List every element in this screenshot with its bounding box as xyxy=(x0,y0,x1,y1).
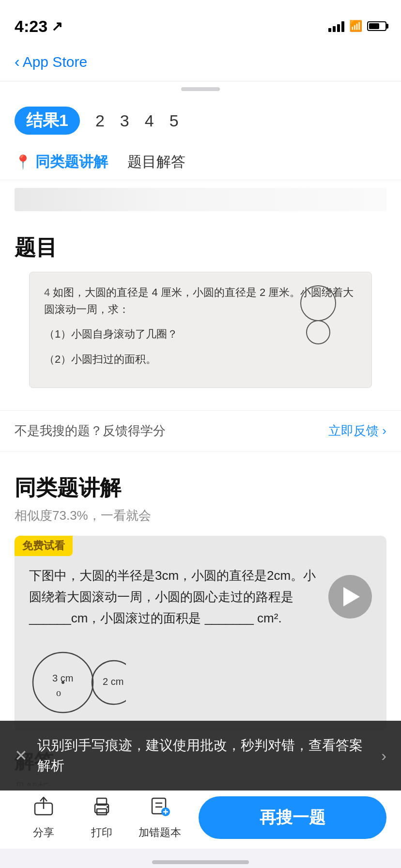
search-again-button[interactable]: 再搜一题 xyxy=(199,796,386,839)
feedback-row: 不是我搜的题？反馈得学分 立即反馈 › xyxy=(0,410,401,451)
time-text: 4:23 xyxy=(15,17,47,36)
problem-circle-diagram xyxy=(294,284,342,347)
share-icon xyxy=(33,795,54,822)
share-button[interactable]: 分享 xyxy=(15,795,73,840)
ti-mu-title: 题目 xyxy=(15,233,386,262)
location-dot-icon: 📍 xyxy=(15,154,31,170)
print-icon xyxy=(91,795,112,822)
search-again-label: 再搜一题 xyxy=(260,806,325,829)
tab-problem-answer[interactable]: 题目解答 xyxy=(127,152,185,172)
similar-section: 同类题讲解 相似度73.3%，一看就会 免费试看 下图中，大圆的半径是3cm，小… xyxy=(0,459,401,731)
home-indicator xyxy=(152,860,249,864)
nav-bar: ‹ App Store xyxy=(0,43,401,81)
location-arrow-icon: ↗ xyxy=(51,18,62,34)
play-triangle-icon xyxy=(343,587,360,606)
svg-point-13 xyxy=(107,806,108,808)
video-description-text: 下图中，大圆的半径是3cm，小圆的直径是2cm。小圆绕着大圆滚动一周，小圆的圆心… xyxy=(29,565,319,629)
tab-similar-label: 同类题讲解 xyxy=(35,152,108,172)
banner-image xyxy=(15,188,386,211)
svg-point-0 xyxy=(301,286,336,321)
svg-text:3 cm: 3 cm xyxy=(52,673,73,683)
status-icons: 📶 xyxy=(328,20,386,32)
toast-text: 识别到手写痕迹，建议使用批改，秒判对错，查看答案解析 xyxy=(37,735,373,776)
section-tabs: 📍 同类题讲解 题目解答 xyxy=(0,142,401,180)
video-circles-svg: o 3 cm 2 cm xyxy=(29,644,126,716)
feedback-link[interactable]: 立即反馈 › xyxy=(328,422,386,439)
tab-result-3[interactable]: 3 xyxy=(120,111,129,130)
battery-icon xyxy=(367,21,386,31)
ti-mu-section: 题目 4 如图，大圆的直径是 4 厘米，小圆的直径是 2 厘米。小圆绕着大圆滚动… xyxy=(0,219,401,410)
signal-icon xyxy=(328,20,344,32)
add-to-book-icon xyxy=(149,795,170,822)
video-circle-diagram: o 3 cm 2 cm xyxy=(15,644,386,731)
toast-arrow-icon: › xyxy=(381,747,386,765)
svg-text:o: o xyxy=(56,687,61,698)
status-time: 4:23 ↗ xyxy=(15,17,62,36)
tab-result-1[interactable]: 结果1 xyxy=(15,107,80,135)
status-bar: 4:23 ↗ 📶 xyxy=(0,0,401,43)
share-label: 分享 xyxy=(33,825,54,840)
wifi-icon: 📶 xyxy=(349,20,362,32)
tab-answer-label: 题目解答 xyxy=(127,152,185,172)
add-label: 加错题本 xyxy=(139,825,181,840)
problem-text3: （2）小圆扫过的面积。 xyxy=(44,351,357,368)
feedback-text: 不是我搜的题？反馈得学分 xyxy=(15,422,166,439)
problem-image-card: 4 如图，大圆的直径是 4 厘米，小圆的直径是 2 厘米。小圆绕着大圆滚动一周，… xyxy=(29,272,372,388)
toast-close-button[interactable]: ✕ xyxy=(15,746,28,765)
drag-pill xyxy=(181,87,220,91)
print-label: 打印 xyxy=(91,825,112,840)
toast-bar: ✕ 识别到手写痕迹，建议使用批改，秒判对错，查看答案解析 › xyxy=(0,721,401,790)
bottom-toolbar: 分享 打印 加错题本 再搜一题 xyxy=(0,786,401,849)
add-error-book-button[interactable]: 加错题本 xyxy=(131,795,189,840)
free-badge: 免费试看 xyxy=(15,536,73,556)
tab-result-2[interactable]: 2 xyxy=(95,111,105,130)
video-card[interactable]: 免费试看 下图中，大圆的半径是3cm，小圆的直径是2cm。小圆绕着大圆滚动一周，… xyxy=(15,536,386,731)
tab-similar-explanation[interactable]: 📍 同类题讲解 xyxy=(15,152,108,172)
print-button[interactable]: 打印 xyxy=(73,795,131,840)
tab-result-4[interactable]: 4 xyxy=(145,111,154,130)
similar-title: 同类题讲解 xyxy=(15,474,386,502)
drag-indicator xyxy=(0,81,401,97)
svg-point-1 xyxy=(307,321,330,344)
similar-subtitle: 相似度73.3%，一看就会 xyxy=(15,507,386,524)
tab-result-5[interactable]: 5 xyxy=(170,111,179,130)
play-button[interactable] xyxy=(328,575,372,619)
nav-back-label: App Store xyxy=(23,54,87,70)
back-arrow-icon: ‹ xyxy=(15,53,20,71)
svg-rect-12 xyxy=(97,809,107,815)
main-content: 结果1 2 3 4 5 📍 同类题讲解 题目解答 题目 4 如图，大圆的直径是 … xyxy=(0,81,401,810)
back-button[interactable]: ‹ App Store xyxy=(15,53,87,71)
result-tabs: 结果1 2 3 4 5 xyxy=(0,97,401,142)
svg-text:2 cm: 2 cm xyxy=(103,676,123,687)
